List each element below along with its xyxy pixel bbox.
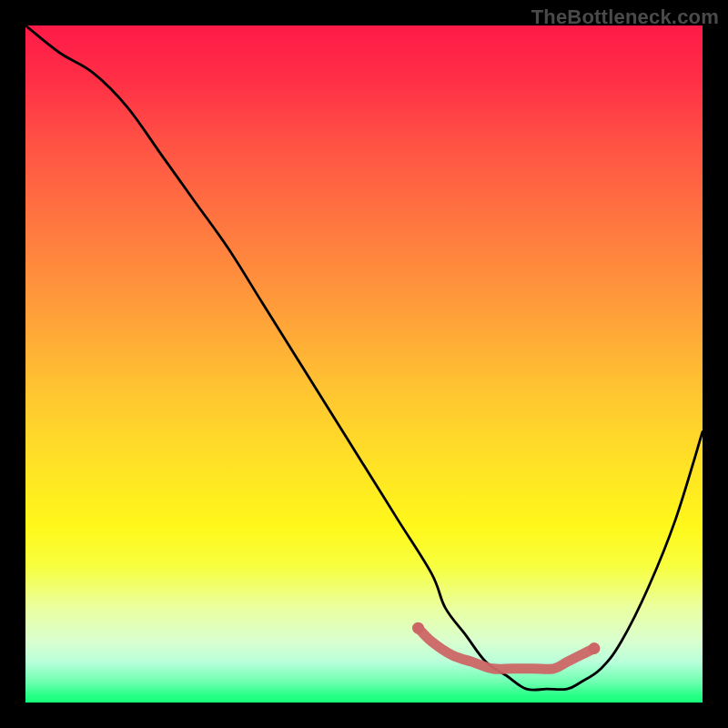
highlight-endpoint <box>588 642 600 654</box>
main-curve <box>25 25 703 690</box>
chart-container: TheBottleneck.com <box>0 0 728 728</box>
watermark-text: TheBottleneck.com <box>531 5 719 29</box>
highlight-endpoint <box>412 622 424 634</box>
highlight-band <box>419 628 594 669</box>
curve-layer <box>25 25 703 703</box>
plot-area <box>25 25 703 703</box>
